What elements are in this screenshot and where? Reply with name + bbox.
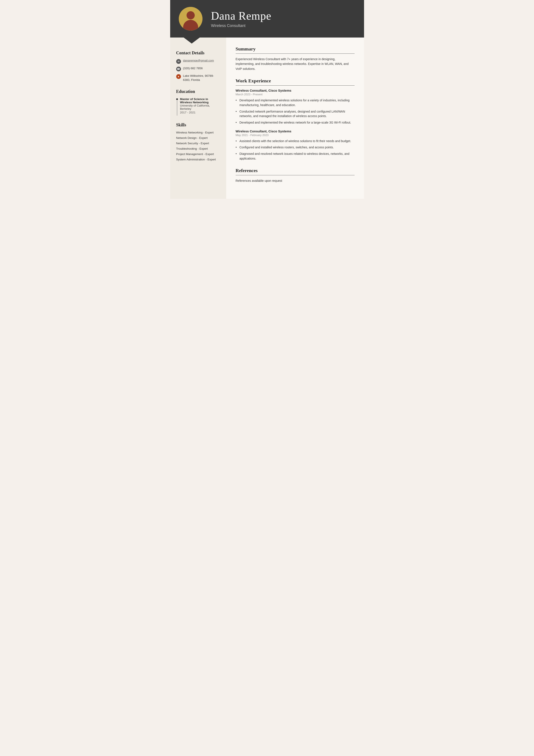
job-entry: Wireless Consultant, Cisco SystemsMay 20… <box>236 129 355 161</box>
job-entry: Wireless Consultant, Cisco SystemsMarch … <box>236 89 355 125</box>
work-experience-title: Work Experience <box>236 78 355 86</box>
job-bullet: Developed and implemented wireless solut… <box>236 98 355 107</box>
job-bullet: Conducted network performance analyses, … <box>236 109 355 119</box>
skill-item: Network Design - Expert <box>176 136 220 140</box>
job-bullet: Diagnosed and resolved network issues re… <box>236 151 355 161</box>
job-bullets: Developed and implemented wireless solut… <box>236 98 355 125</box>
references-title: References <box>236 168 355 175</box>
edu-degree: Master of Science in Wireless Networking <box>180 97 220 104</box>
candidate-name: Dana Rempe <box>211 10 271 22</box>
skills-list: Wireless Networking - ExpertNetwork Desi… <box>176 131 220 161</box>
email-item: ✉ danarempe@gmail.com <box>176 59 220 64</box>
job-bullets: Assisted clients with the selection of w… <box>236 139 355 161</box>
work-experience-section: Work Experience Wireless Consultant, Cis… <box>236 78 355 161</box>
education-item: Master of Science in Wireless Networking… <box>176 97 220 116</box>
email-link[interactable]: danarempe@gmail.com <box>183 59 214 62</box>
job-date: May 2021 - February 2023 <box>236 133 355 137</box>
sidebar: Contact Details ✉ danarempe@gmail.com ☎ … <box>170 38 226 199</box>
job-date: March 2023 - Present <box>236 93 355 96</box>
skill-item: Project Management - Expert <box>176 152 220 156</box>
job-bullet: Developed and implemented the wireless n… <box>236 120 355 125</box>
contact-section-title: Contact Details <box>176 50 220 55</box>
job-bullet: Configured and installed wireless router… <box>236 145 355 150</box>
content-area: Summary Experienced Wireless Consultant … <box>226 38 364 199</box>
edu-dot <box>176 98 178 100</box>
skill-item: Wireless Networking - Expert <box>176 131 220 134</box>
avatar <box>179 7 202 31</box>
skill-item: Network Security - Expert <box>176 142 220 145</box>
education-section-title: Education <box>176 89 220 94</box>
edu-years: 2017 - 2021 <box>180 111 220 114</box>
chevron-decoration <box>183 37 200 43</box>
skills-section-title: Skills <box>176 122 220 127</box>
resume-header: Dana Rempe Wireless Consultant <box>170 0 364 38</box>
jobs-list: Wireless Consultant, Cisco SystemsMarch … <box>236 89 355 161</box>
job-title: Wireless Consultant, Cisco Systems <box>236 89 355 92</box>
edu-institution: University of California, Berkeley <box>180 104 220 110</box>
summary-section: Summary Experienced Wireless Consultant … <box>236 46 355 71</box>
education-section: Education Master of Science in Wireless … <box>176 89 220 116</box>
job-bullet: Assisted clients with the selection of w… <box>236 139 355 144</box>
location-text: Lake Willisshire, 90789-6383, Florida <box>183 74 220 82</box>
skill-item: System Administration - Expert <box>176 158 220 161</box>
job-title: Wireless Consultant, Cisco Systems <box>236 129 355 133</box>
edu-line <box>177 100 177 116</box>
email-icon: ✉ <box>176 59 181 64</box>
summary-title: Summary <box>236 46 355 54</box>
references-section: References References available upon req… <box>236 168 355 183</box>
skill-item: Troubleshooting - Expert <box>176 147 220 150</box>
location-icon: ● <box>176 74 181 79</box>
phone-item: ☎ (320) 682 7856 <box>176 67 220 71</box>
references-text: References available upon request <box>236 178 355 183</box>
summary-text: Experienced Wireless Consultant with 7+ … <box>236 57 355 71</box>
main-layout: Contact Details ✉ danarempe@gmail.com ☎ … <box>170 38 364 199</box>
edu-dot-line <box>176 97 178 116</box>
phone-text: (320) 682 7856 <box>183 67 203 70</box>
location-item: ● Lake Willisshire, 90789-6383, Florida <box>176 74 220 82</box>
header-text: Dana Rempe Wireless Consultant <box>211 10 271 28</box>
contact-section: Contact Details ✉ danarempe@gmail.com ☎ … <box>176 50 220 82</box>
skills-section: Skills Wireless Networking - ExpertNetwo… <box>176 122 220 161</box>
edu-details: Master of Science in Wireless Networking… <box>180 97 220 116</box>
candidate-title: Wireless Consultant <box>211 23 271 28</box>
phone-icon: ☎ <box>176 67 181 71</box>
